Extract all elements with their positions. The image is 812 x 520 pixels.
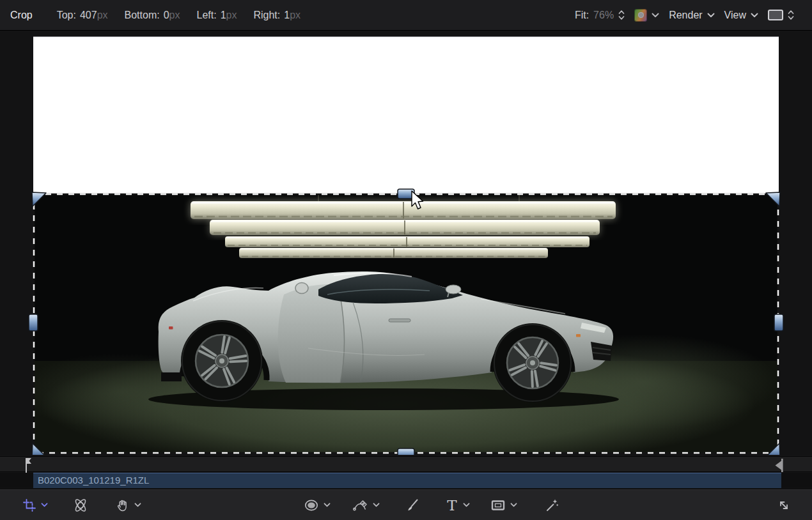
active-tool-label: Crop — [10, 10, 33, 21]
color-channels-icon — [634, 9, 647, 22]
viewer-controls: Fit: 76% Render View — [575, 9, 812, 22]
crop-tool-icon — [22, 498, 37, 513]
bezier-mask-tool-button[interactable] — [352, 489, 380, 520]
video-frame — [33, 36, 779, 454]
crop-right-field[interactable]: Right:1px — [253, 10, 301, 21]
timeline-ruler[interactable] — [0, 456, 812, 472]
text-tool-button[interactable]: T — [445, 489, 470, 520]
orbit-3d-icon — [72, 497, 89, 514]
pan-hand-tool-button[interactable] — [115, 489, 141, 520]
magic-wand-icon — [544, 498, 559, 513]
tools-toolbar: T — [0, 489, 812, 520]
crop-toolbar-left: Crop Top:407px Bottom:0px Left:1px Right… — [0, 10, 301, 21]
front-wheel — [493, 323, 572, 402]
viewer-canvas — [0, 31, 812, 455]
chevron-down-icon — [324, 503, 331, 507]
crop-toolbar: Crop Top:407px Bottom:0px Left:1px Right… — [0, 0, 812, 31]
canvas-background-control[interactable] — [768, 10, 794, 20]
video-footage-car — [33, 194, 779, 454]
crop-fields: Top:407px Bottom:0px Left:1px Right:1px — [57, 10, 301, 21]
background-stepper-icon — [788, 10, 794, 20]
chevron-down-icon — [41, 503, 48, 507]
mini-timeline: B020C003_101219_R1ZL — [0, 455, 812, 489]
zoom-fit-control[interactable]: Fit: 76% — [575, 10, 625, 21]
ellipse-mask-tool-button[interactable] — [303, 489, 331, 520]
chevron-down-icon — [463, 503, 470, 507]
paint-stroke-tool-button[interactable] — [404, 489, 419, 520]
zoom-level-value: 76% — [593, 10, 614, 21]
hand-pan-icon — [115, 498, 130, 513]
view-menu[interactable]: View — [724, 10, 758, 21]
orbit-3d-tool-button[interactable] — [72, 489, 89, 520]
fit-stepper-icon[interactable] — [618, 10, 625, 20]
crop-left-field[interactable]: Left:1px — [197, 10, 237, 21]
playhead-marker-icon[interactable] — [24, 457, 33, 474]
crop-bottom-field[interactable]: Bottom:0px — [125, 10, 180, 21]
rectangle-tool-icon — [490, 498, 506, 513]
ellipse-mask-icon — [303, 498, 320, 513]
bezier-pen-icon — [352, 497, 369, 514]
chevron-down-icon — [707, 13, 715, 18]
render-menu[interactable]: Render — [669, 10, 714, 21]
chevron-down-icon — [373, 503, 380, 507]
paint-brush-icon — [404, 498, 419, 513]
expand-view-button[interactable] — [776, 489, 792, 520]
adjust-effects-tool-button[interactable] — [544, 489, 559, 520]
clip-name-label: B020C003_101219_R1ZL — [38, 475, 149, 486]
crop-tool-button[interactable] — [22, 489, 48, 520]
text-tool-icon: T — [445, 497, 459, 514]
chevron-down-icon — [652, 13, 659, 18]
chevron-down-icon — [510, 503, 517, 507]
chevron-down-icon — [134, 503, 141, 507]
timeline-track: B020C003_101219_R1ZL — [0, 473, 812, 488]
rear-wheel — [181, 320, 263, 402]
color-channels-menu[interactable] — [634, 9, 659, 22]
chevron-down-icon — [751, 13, 758, 18]
car-scene-illustration — [33, 194, 779, 454]
expand-diagonal-arrows-icon — [776, 498, 792, 513]
canvas-background-icon — [768, 10, 783, 20]
cropped-blank-area — [33, 36, 779, 194]
end-of-timeline-marker-icon — [773, 458, 785, 473]
svg-text:T: T — [447, 497, 457, 514]
crop-top-field[interactable]: Top:407px — [57, 10, 108, 21]
timeline-clip[interactable]: B020C003_101219_R1ZL — [33, 473, 781, 488]
rectangle-tool-button[interactable] — [490, 489, 517, 520]
